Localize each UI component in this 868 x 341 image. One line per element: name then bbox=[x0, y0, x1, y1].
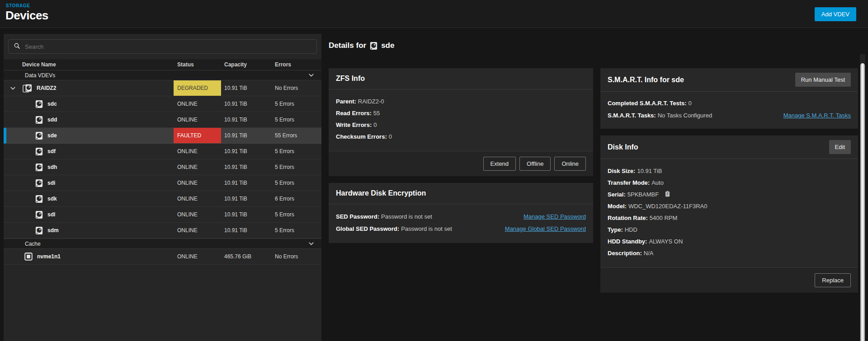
card-title: Disk Info bbox=[608, 143, 638, 151]
replace-button[interactable]: Replace bbox=[815, 273, 851, 287]
table-row-sdh[interactable]: sdh ONLINE 10.91 TiB 5 Errors bbox=[4, 159, 321, 175]
field-label: SED Password: bbox=[336, 213, 379, 220]
table-row-sdc[interactable]: sdc ONLINE 10.91 TiB 5 Errors bbox=[4, 96, 321, 112]
field-value: Password is not set bbox=[401, 225, 452, 232]
field-value: No Tasks Configured bbox=[658, 112, 712, 119]
scrollbar-thumb[interactable] bbox=[860, 63, 865, 341]
table-row-sdk[interactable]: sdk ONLINE 10.91 TiB 6 Errors bbox=[4, 191, 321, 207]
chevron-down-icon[interactable] bbox=[307, 71, 321, 79]
capacity-value: 10.91 TiB bbox=[221, 223, 272, 238]
status-cell: ONLINE bbox=[174, 96, 221, 112]
chevron-down-icon[interactable] bbox=[307, 240, 321, 248]
extend-button[interactable]: Extend bbox=[483, 157, 516, 171]
errors-value: No Errors bbox=[272, 249, 321, 264]
add-vdev-button[interactable]: Add VDEV bbox=[815, 7, 856, 21]
field-value: 5400 RPM bbox=[650, 215, 677, 221]
vdev-stack-icon bbox=[23, 84, 32, 93]
capacity-value: 10.91 TiB bbox=[221, 175, 272, 191]
errors-value: 5 Errors bbox=[272, 207, 321, 222]
table-row-nvme1n1[interactable]: nvme1n1 ONLINE 465.76 GiB No Errors bbox=[4, 249, 321, 265]
field-label: Serial: bbox=[608, 191, 626, 198]
capacity-value: 10.91 TiB bbox=[221, 96, 272, 112]
online-button[interactable]: Online bbox=[554, 157, 586, 171]
card-title: S.M.A.R.T. Info for sde bbox=[608, 76, 684, 84]
search-icon bbox=[13, 42, 21, 51]
errors-value: No Errors bbox=[272, 80, 321, 96]
table-row-sdi[interactable]: sdi ONLINE 10.91 TiB 5 Errors bbox=[4, 175, 321, 191]
status-cell: ONLINE bbox=[174, 207, 221, 222]
smart-info-card: S.M.A.R.T. Info for sde Run Manual Test … bbox=[600, 68, 858, 129]
field-value: 0 bbox=[689, 100, 692, 107]
group-row-cache[interactable]: Cache bbox=[4, 238, 321, 249]
field-value: WDC_WD120EDAZ-11F3RA0 bbox=[628, 203, 708, 210]
table-row-sdd[interactable]: sdd ONLINE 10.91 TiB 5 Errors bbox=[4, 112, 321, 128]
search-input[interactable] bbox=[25, 43, 312, 50]
status-cell: ONLINE bbox=[174, 144, 221, 159]
status-cell: ONLINE bbox=[174, 112, 221, 127]
devices-page: STORAGE Devices Add VDEV Device Name Sta… bbox=[0, 0, 868, 341]
details-heading-prefix: Details for bbox=[329, 41, 366, 50]
group-label: Data VDEVs bbox=[4, 72, 307, 79]
manage-smart-tasks-link[interactable]: Manage S.M.A.R.T. Tasks bbox=[783, 109, 851, 121]
table-header: Device Name Status Capacity Errors bbox=[4, 59, 321, 70]
hdd-icon bbox=[35, 210, 43, 219]
ssd-icon bbox=[24, 252, 33, 261]
search-row bbox=[4, 34, 321, 59]
field-label: Global SED Password: bbox=[336, 225, 399, 232]
devices-table-panel: Device Name Status Capacity Errors Data … bbox=[4, 34, 321, 341]
offline-button[interactable]: Offline bbox=[519, 157, 551, 171]
status-cell: ONLINE bbox=[174, 175, 221, 191]
breadcrumb[interactable]: STORAGE bbox=[6, 3, 30, 8]
status-cell: ONLINE bbox=[174, 191, 221, 206]
field-label: HDD Standby: bbox=[608, 238, 647, 245]
chevron-down-icon[interactable] bbox=[9, 84, 17, 92]
status-cell: ONLINE bbox=[174, 159, 221, 175]
field-value: 10.91 TiB bbox=[637, 168, 662, 174]
field-value: ALWAYS ON bbox=[649, 238, 683, 245]
capacity-value: 10.91 TiB bbox=[221, 112, 272, 127]
field-value: 55 bbox=[373, 110, 380, 117]
copy-serial-icon[interactable] bbox=[664, 190, 671, 197]
table-row-sde-selected[interactable]: sde FAULTED 10.91 TiB 55 Errors bbox=[4, 128, 321, 144]
manage-sed-password-link[interactable]: Manage SED Password bbox=[524, 210, 586, 223]
capacity-value: 10.91 TiB bbox=[221, 191, 272, 206]
run-manual-test-button[interactable]: Run Manual Test bbox=[795, 73, 851, 87]
field-value: Auto bbox=[651, 179, 664, 186]
errors-value: 5 Errors bbox=[272, 144, 321, 159]
field-label: Description: bbox=[608, 250, 642, 257]
hdd-icon bbox=[35, 116, 43, 124]
field-label: S.M.A.R.T. Tasks: bbox=[608, 112, 656, 119]
field-label: Rotation Rate: bbox=[608, 215, 648, 221]
details-heading: Details for sde bbox=[329, 41, 864, 50]
table-row-raidz2[interactable]: RAIDZ2 DEGRADED 10.91 TiB No Errors bbox=[4, 80, 321, 96]
page-header: STORAGE Devices Add VDEV bbox=[0, 0, 868, 28]
table-row-sdm[interactable]: sdm ONLINE 10.91 TiB 5 Errors bbox=[4, 223, 321, 238]
field-value: 0 bbox=[373, 121, 377, 128]
card-title: Hardware Disk Encryption bbox=[336, 189, 426, 197]
field-value: RAIDZ2-0 bbox=[358, 98, 384, 105]
table-row-sdl[interactable]: sdl ONLINE 10.91 TiB 5 Errors bbox=[4, 207, 321, 223]
field-label: Parent: bbox=[336, 98, 356, 105]
status-badge-faulted: FAULTED bbox=[174, 128, 221, 143]
field-label: Disk Size: bbox=[608, 168, 635, 174]
capacity-value: 10.91 TiB bbox=[221, 159, 272, 175]
group-row-data-vdevs[interactable]: Data VDEVs bbox=[4, 70, 321, 80]
field-value: 0 bbox=[389, 133, 392, 140]
search-box[interactable] bbox=[8, 39, 317, 54]
field-label: Type: bbox=[608, 226, 623, 233]
manage-global-sed-password-link[interactable]: Manage Global SED Password bbox=[505, 223, 586, 235]
errors-value: 5 Errors bbox=[272, 159, 321, 175]
edit-button[interactable]: Edit bbox=[829, 140, 851, 154]
details-pane: Details for sde ZFS Info Parent:RAIDZ2-0… bbox=[329, 28, 864, 341]
capacity-value: 465.76 GiB bbox=[221, 249, 272, 264]
column-header-status: Status bbox=[174, 61, 221, 68]
hdd-icon bbox=[35, 147, 43, 156]
column-header-device-name: Device Name bbox=[4, 61, 174, 68]
errors-value: 5 Errors bbox=[272, 223, 321, 238]
hdd-icon bbox=[35, 131, 43, 140]
field-value: N/A bbox=[644, 250, 654, 257]
hdd-icon bbox=[35, 163, 43, 172]
errors-value: 55 Errors bbox=[272, 128, 321, 143]
table-row-sdf[interactable]: sdf ONLINE 10.91 TiB 5 Errors bbox=[4, 144, 321, 159]
field-value: Password is not set bbox=[381, 213, 432, 220]
